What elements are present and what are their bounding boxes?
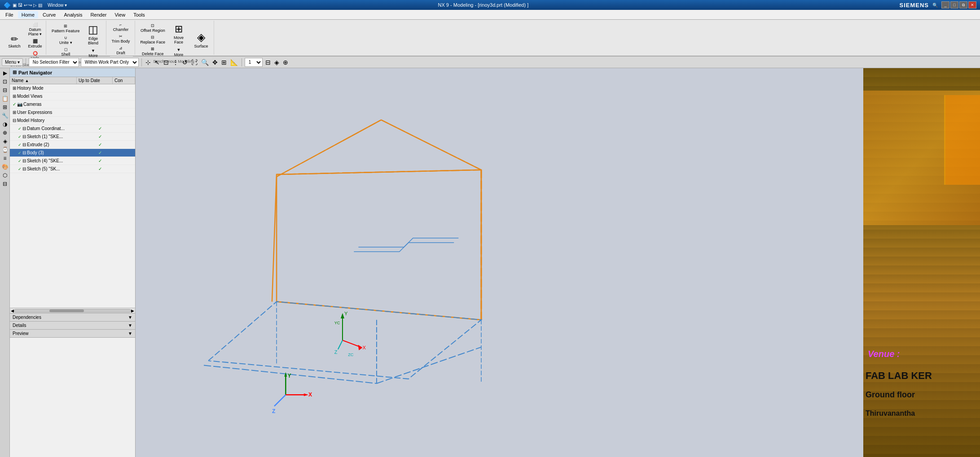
draft-button[interactable]: ⊿Draft (110, 45, 132, 56)
layer-icon[interactable]: ⊕ (282, 58, 289, 67)
details-collapse-icon[interactable]: ▼ (128, 323, 132, 328)
sidebar-icon-12[interactable]: 🎨 (1, 163, 9, 171)
datum-plane-button[interactable]: ⬜DatumPlane ▾ (26, 22, 44, 37)
sidebar-icon-2[interactable]: ⊡ (1, 78, 9, 86)
scroll-right-btn[interactable]: ▶ (131, 309, 134, 313)
wire-icon[interactable]: ⋮ (171, 58, 180, 67)
floor-label: Ground floor (866, 390, 915, 400)
nav-row-user-expressions[interactable]: ⊞ User Expressions (10, 109, 135, 117)
grid-icon[interactable]: ⊞ (220, 58, 228, 67)
svg-rect-0 (136, 93, 863, 434)
toolbar-separator-1 (26, 58, 26, 66)
ribbon-group-sync: ⊡Offset Region ⊟Replace Face ⊠Delete Fac… (137, 21, 215, 55)
zoom-fit-icon[interactable]: ⛶ (190, 58, 198, 67)
pan-icon[interactable]: ✥ (211, 58, 219, 67)
nav-title: Part Navigator (18, 70, 52, 75)
details-panel-header[interactable]: Details ▼ (10, 322, 135, 330)
surface-button[interactable]: ◈ Surface (190, 29, 212, 50)
trim-body-button[interactable]: ✂Trim Body (110, 33, 132, 44)
sidebar-icon-11[interactable]: ≡ (1, 154, 9, 162)
work-part-select[interactable]: Within Work Part Only (81, 58, 139, 67)
right-photo-panel: Venue : FAB LAB KER Ground floor Thiruva… (863, 68, 980, 457)
nav-row-body-3[interactable]: ✓ ⊟ Body (3) ✓ (10, 149, 135, 157)
venue-label: Venue : (868, 349, 900, 359)
edge-blend-button[interactable]: ◫ EdgeBlend (83, 22, 104, 47)
view-orient-icon[interactable]: ⊟ (264, 58, 272, 67)
sidebar-icon-8[interactable]: ⊕ (1, 129, 9, 137)
menu-bar: File Home Curve Analysis Render View Too… (0, 10, 980, 20)
more-feature-button[interactable]: ▼More (83, 48, 104, 59)
ribbon: ✏ Sketch ⬜DatumPlane ▾ ⬛Extrude ⭕Hole Di… (0, 20, 980, 57)
svg-text:YC: YC (334, 321, 340, 325)
menu-curve[interactable]: Curve (39, 11, 59, 18)
sidebar-icon-9[interactable]: ◈ (1, 137, 9, 145)
unite-button[interactable]: ∪Unite ▾ (50, 35, 82, 46)
menu-tools[interactable]: Tools (130, 11, 149, 18)
sketch-button[interactable]: ✏ Sketch (4, 33, 25, 50)
ribbon-group-trim: ⌐Chamfer ✂Trim Body ⊿Draft (108, 21, 135, 55)
nav-row-cameras[interactable]: ✓ 📷 Cameras (10, 100, 135, 109)
nav-row-extrude-2[interactable]: ✓ ⊟ Extrude (2) ✓ (10, 141, 135, 149)
scroll-left-btn[interactable]: ◀ (11, 309, 14, 313)
snap-icon[interactable]: ⊹ (145, 58, 152, 67)
preview-collapse-icon[interactable]: ▼ (128, 331, 132, 336)
preview-panel-header[interactable]: Preview ▼ (10, 330, 135, 338)
selection-filter-select[interactable]: No Selection Filter (29, 58, 79, 67)
filter-icon[interactable]: ⊡ (163, 58, 170, 67)
menu-dropdown-button[interactable]: Menu ▾ (2, 58, 23, 66)
sidebar-icon-14[interactable]: ⊟ (1, 180, 9, 188)
render-style-icon[interactable]: ◈ (273, 58, 280, 67)
pattern-feature-button[interactable]: ⊞Pattern Feature (50, 23, 82, 34)
sidebar-icon-5[interactable]: ⊞ (1, 103, 9, 111)
select-icon[interactable]: ↖ (154, 58, 161, 67)
sidebar-icon-7[interactable]: ◑ (1, 120, 9, 128)
dependencies-panel-header[interactable]: Dependencies ▼ (10, 313, 135, 322)
nav-row-sketch-1[interactable]: ✓ ⊟ Sketch (1) "SKE... ✓ (10, 133, 135, 141)
sidebar-icon-4[interactable]: 📋 (1, 95, 9, 103)
measure-icon[interactable]: 📐 (229, 58, 239, 67)
delete-face-button[interactable]: ⊠Delete Face (139, 46, 167, 57)
nav-row-model-history[interactable]: ⊟ Model History (10, 117, 135, 125)
window-title: NX 9 - Modeling - [rinoy3d.prt (Modified… (67, 2, 899, 8)
sidebar-icon-13[interactable]: ⬡ (1, 171, 9, 179)
menu-file[interactable]: File (2, 11, 17, 18)
sidebar-icon-3[interactable]: ⊟ (1, 86, 9, 94)
left-sidebar: ▶ ⊡ ⊟ 📋 ⊞ 🔧 ◑ ⊕ ◈ ⌚ ≡ 🎨 ⬡ ⊟ (0, 68, 10, 457)
restore-button[interactable]: □ (950, 1, 958, 9)
move-face-button[interactable]: ⊞ MoveFace (168, 22, 189, 46)
city-label: Thiruvanantha (866, 409, 915, 418)
rotate-icon[interactable]: ↺ (181, 58, 189, 67)
main-area: ▶ ⊡ ⊟ 📋 ⊞ 🔧 ◑ ⊕ ◈ ⌚ ≡ 🎨 ⬡ ⊟ ⊞ Part Navig… (0, 68, 980, 457)
menu-render[interactable]: Render (87, 11, 110, 18)
menu-home[interactable]: Home (18, 11, 38, 18)
nav-row-datum-coord[interactable]: ✓ ⊟ Datum Coordinat... ✓ (10, 125, 135, 133)
more-sync-button[interactable]: ▼More (168, 47, 189, 58)
close-button[interactable]: ✕ (968, 1, 976, 9)
nav-row-history-mode[interactable]: ⊞ History Mode (10, 84, 135, 92)
offset-region-button[interactable]: ⊡Offset Region (139, 22, 167, 34)
menu-view[interactable]: View (111, 11, 129, 18)
nav-row-sketch-5[interactable]: ✓ ⊟ Sketch (5) "SK... ✓ (10, 165, 135, 173)
h-scroll-thumb[interactable] (49, 309, 84, 312)
nav-hscroll[interactable]: ◀ ▶ (10, 308, 135, 313)
svg-text:X: X (308, 392, 312, 398)
viewport[interactable]: Y X Z YC ZC Y X (136, 68, 863, 457)
zoom-in-icon[interactable]: 🔍 (200, 58, 210, 67)
nav-row-sketch-4[interactable]: ✓ ⊟ Sketch (4) "SKE... ✓ (10, 157, 135, 165)
shell-button[interactable]: ◻Shell (50, 46, 82, 57)
h-scroll-track[interactable] (14, 309, 131, 313)
sidebar-icon-10[interactable]: ⌚ (1, 146, 9, 154)
maximize-button[interactable]: ⧉ (959, 1, 967, 9)
zoom-value-select[interactable]: 1 (245, 58, 263, 67)
replace-face-button[interactable]: ⊟Replace Face (139, 34, 167, 45)
col-conflicts: Con (113, 77, 135, 84)
nav-row-model-views[interactable]: ⊞ Model Views (10, 92, 135, 100)
extrude-button[interactable]: ⬛Extrude (26, 38, 44, 49)
menu-analysis[interactable]: Analysis (60, 11, 86, 18)
sidebar-icon-6[interactable]: 🔧 (1, 112, 9, 120)
dependencies-collapse-icon[interactable]: ▼ (128, 315, 132, 320)
chamfer-button[interactable]: ⌐Chamfer (110, 22, 132, 33)
ribbon-group-feature: ⊞Pattern Feature ∪Unite ▾ ◻Shell ◫ EdgeB… (48, 21, 106, 55)
minimize-button[interactable]: _ (941, 1, 949, 9)
sidebar-icon-1[interactable]: ▶ (1, 69, 9, 77)
